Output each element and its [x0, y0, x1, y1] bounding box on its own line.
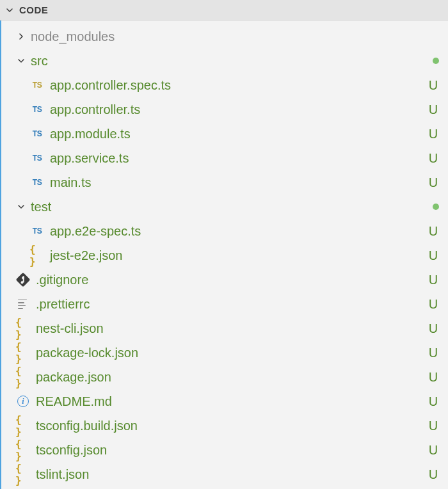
git-status-badge: U — [428, 273, 439, 287]
json-icon: { } — [29, 248, 45, 263]
typescript-icon: TS — [29, 223, 45, 239]
file-item[interactable]: { }package.jsonU — [1, 365, 448, 389]
node-label: .prettierrc — [36, 297, 428, 312]
folder-item-node_modules[interactable]: node_modules — [1, 24, 448, 49]
folder-item-test[interactable]: test — [1, 195, 448, 219]
node-label: tsconfig.json — [36, 443, 428, 458]
chevron-down-icon — [15, 201, 27, 212]
git-icon — [15, 272, 31, 287]
typescript-icon: TS — [29, 102, 45, 117]
chevron-down-icon — [4, 4, 15, 16]
json-icon: { } — [15, 442, 31, 458]
git-status-badge: U — [428, 224, 439, 239]
git-status-badge: U — [428, 467, 439, 482]
chevron-down-icon — [15, 55, 27, 67]
file-item[interactable]: .prettierrcU — [1, 292, 448, 316]
node-label: app.service.ts — [50, 151, 428, 166]
node-label: tsconfig.build.json — [36, 419, 428, 433]
git-status-badge: U — [428, 175, 439, 190]
explorer-header[interactable]: CODE — [0, 0, 448, 20]
json-icon: { } — [15, 467, 31, 482]
json-icon: { } — [15, 321, 31, 336]
git-status-badge: U — [428, 419, 439, 433]
panel-title: CODE — [19, 4, 48, 15]
readme-icon: i — [15, 394, 31, 409]
folder-item-src[interactable]: src — [1, 49, 448, 73]
file-item[interactable]: TSapp.e2e-spec.tsU — [1, 219, 448, 243]
typescript-test-icon: TS — [29, 77, 45, 93]
node-label: test — [31, 200, 433, 214]
git-status-badge: U — [428, 370, 439, 385]
node-label: package-lock.json — [36, 346, 428, 360]
file-item[interactable]: TSapp.controller.spec.tsU — [1, 73, 448, 97]
node-label: jest-e2e.json — [50, 248, 428, 263]
file-item[interactable]: .gitignoreU — [1, 268, 448, 292]
file-item[interactable]: { }tsconfig.build.jsonU — [1, 413, 448, 438]
git-status-dot — [433, 204, 439, 210]
git-status-badge: U — [428, 394, 439, 409]
node-label: node_modules — [31, 29, 439, 44]
typescript-icon: TS — [29, 175, 45, 190]
file-item[interactable]: TSapp.service.tsU — [1, 146, 448, 170]
node-label: tslint.json — [36, 467, 428, 482]
git-status-badge: U — [428, 248, 439, 263]
node-label: app.controller.spec.ts — [50, 78, 428, 93]
text-file-icon — [15, 296, 31, 312]
file-item[interactable]: { }jest-e2e.jsonU — [1, 243, 448, 268]
node-label: app.e2e-spec.ts — [50, 224, 428, 239]
node-label: src — [31, 54, 433, 68]
git-status-badge: U — [428, 102, 439, 117]
file-item[interactable]: { }tslint.jsonU — [1, 462, 448, 486]
node-label: .gitignore — [36, 273, 428, 287]
chevron-right-icon — [15, 31, 27, 42]
file-item[interactable]: TSapp.controller.tsU — [1, 97, 448, 122]
explorer-panel: CODE node_modulessrcTSapp.controller.spe… — [0, 0, 448, 489]
node-label: README.md — [36, 394, 428, 409]
git-status-badge: U — [428, 443, 439, 458]
file-tree: node_modulessrcTSapp.controller.spec.tsU… — [0, 20, 448, 489]
file-item[interactable]: { }nest-cli.jsonU — [1, 316, 448, 341]
json-icon: { } — [15, 345, 31, 360]
git-status-badge: U — [428, 151, 439, 166]
git-status-badge: U — [428, 346, 439, 360]
git-status-badge: U — [428, 127, 439, 141]
node-label: app.controller.ts — [50, 102, 428, 117]
typescript-icon: TS — [29, 150, 45, 166]
file-item[interactable]: iREADME.mdU — [1, 389, 448, 413]
node-label: nest-cli.json — [36, 321, 428, 336]
file-item[interactable]: TSmain.tsU — [1, 170, 448, 195]
git-status-badge: U — [428, 321, 439, 336]
node-label: package.json — [36, 370, 428, 385]
file-item[interactable]: { }package-lock.jsonU — [1, 341, 448, 365]
git-status-badge: U — [428, 297, 439, 312]
json-icon: { } — [15, 418, 31, 433]
node-label: main.ts — [50, 175, 428, 190]
json-icon: { } — [15, 369, 31, 385]
node-label: app.module.ts — [50, 127, 428, 141]
file-item[interactable]: { }tsconfig.jsonU — [1, 438, 448, 462]
file-item[interactable]: TSapp.module.tsU — [1, 122, 448, 146]
git-status-dot — [433, 58, 439, 64]
git-status-badge: U — [428, 78, 439, 93]
typescript-icon: TS — [29, 126, 45, 141]
